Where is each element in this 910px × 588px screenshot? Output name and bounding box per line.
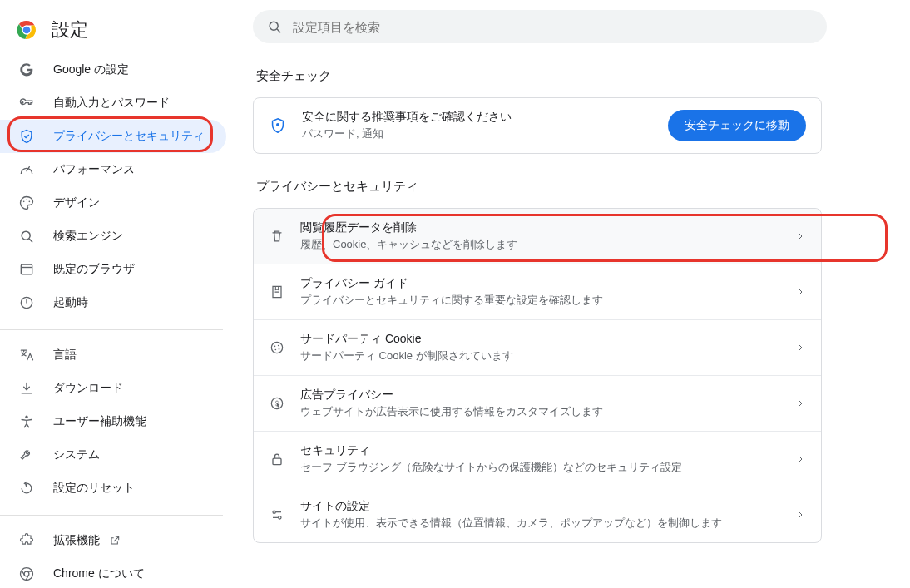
- palette-icon: [18, 195, 35, 211]
- cookie-icon: [269, 339, 285, 356]
- privacy-row-ads[interactable]: 広告プライバシーウェブサイトが広告表示に使用する情報をカスタマイズします: [254, 375, 821, 431]
- power-icon: [18, 294, 35, 311]
- sidebar: 設定 Google の設定自動入力とパスワードプライバシーとセキュリティパフォー…: [0, 0, 233, 588]
- sidebar-item-label: 既定のブラウザ: [53, 262, 135, 277]
- chevron-right-icon: [796, 231, 806, 241]
- sidebar-item-privacy[interactable]: プライバシーとセキュリティ: [0, 120, 226, 153]
- row-subtitle: ウェブサイトが広告表示に使用する情報をカスタマイズします: [300, 404, 796, 419]
- sidebar-item-label: 自動入力とパスワード: [53, 96, 170, 111]
- sidebar-item-ext[interactable]: 拡張機能: [0, 524, 226, 557]
- search-icon: [266, 18, 283, 35]
- safety-headline: 安全に関する推奨事項をご確認ください: [302, 110, 512, 125]
- privacy-row-cookies[interactable]: サードパーティ Cookieサードパーティ Cookie が制限されています: [254, 319, 821, 375]
- extension-icon: [18, 532, 35, 549]
- chevron-right-icon: [796, 398, 806, 408]
- svg-point-21: [23, 27, 31, 34]
- sidebar-item-label: デザイン: [53, 195, 100, 210]
- translate-icon: [18, 347, 35, 363]
- row-title: サイトの設定: [300, 499, 796, 514]
- section-title-privacy: プライバシーとセキュリティ: [256, 179, 890, 195]
- privacy-row-sites[interactable]: サイトの設定サイトが使用、表示できる情報（位置情報、カメラ、ポップアップなど）を…: [254, 487, 821, 542]
- chevron-right-icon: [796, 510, 806, 520]
- chrome-icon: [18, 566, 35, 582]
- download-icon: [18, 380, 35, 397]
- sidebar-item-download[interactable]: ダウンロード: [0, 372, 226, 405]
- lock-icon: [269, 451, 285, 467]
- sidebar-item-label: Chrome について: [53, 566, 145, 581]
- section-title-safety: 安全チェック: [256, 68, 890, 84]
- sidebar-item-label: ユーザー補助機能: [53, 414, 146, 429]
- sidebar-item-browser[interactable]: 既定のブラウザ: [0, 253, 226, 286]
- reset-icon: [18, 480, 35, 497]
- search-bar[interactable]: [253, 10, 827, 43]
- main-content: 安全チェック 安全に関する推奨事項をご確認ください パスワード, 通知 安全チェ…: [233, 0, 910, 588]
- sidebar-item-about[interactable]: Chrome について: [0, 557, 226, 588]
- trash-icon: [269, 228, 285, 245]
- sidebar-item-system[interactable]: システム: [0, 438, 226, 472]
- sidebar-item-search[interactable]: 検索エンジン: [0, 220, 226, 253]
- row-subtitle: プライバシーとセキュリティに関する重要な設定を確認します: [300, 293, 796, 308]
- row-title: サードパーティ Cookie: [300, 332, 796, 347]
- sidebar-item-label: 検索エンジン: [53, 229, 123, 244]
- sidebar-item-label: ダウンロード: [53, 381, 123, 396]
- privacy-row-guide[interactable]: プライバシー ガイドプライバシーとセキュリティに関する重要な設定を確認します: [254, 264, 821, 319]
- row-subtitle: 履歴、Cookie、キャッシュなどを削除します: [300, 237, 796, 252]
- row-title: 閲覧履歴データを削除: [300, 220, 796, 235]
- privacy-row-security[interactable]: セキュリティセーフ ブラウジング（危険なサイトからの保護機能）などのセキュリティ…: [254, 431, 821, 487]
- sidebar-item-label: パフォーマンス: [53, 162, 135, 177]
- shield-check-icon: [18, 128, 35, 145]
- sidebar-item-startup[interactable]: 起動時: [0, 286, 226, 319]
- privacy-card: 閲覧履歴データを削除履歴、Cookie、キャッシュなどを削除しますプライバシー …: [253, 208, 822, 543]
- search-input[interactable]: [293, 20, 814, 34]
- row-subtitle: セーフ ブラウジング（危険なサイトからの保護機能）などのセキュリティ設定: [300, 460, 796, 475]
- tools-icon: [18, 447, 35, 463]
- brand: 設定: [0, 7, 226, 53]
- nav-separator: [0, 329, 223, 330]
- sidebar-item-a11y[interactable]: ユーザー補助機能: [0, 405, 226, 438]
- sidebar-item-google[interactable]: Google の設定: [0, 53, 226, 86]
- sidebar-item-label: 拡張機能: [53, 533, 100, 548]
- speed-icon: [18, 161, 35, 178]
- sidebar-item-label: 起動時: [53, 295, 88, 310]
- magnify-icon: [18, 228, 35, 245]
- accessibility-icon: [18, 413, 35, 430]
- key-icon: [18, 95, 35, 111]
- guide-icon: [269, 284, 285, 300]
- sidebar-item-label: Google の設定: [53, 62, 129, 77]
- sidebar-item-label: システム: [53, 447, 100, 462]
- row-title: 広告プライバシー: [300, 388, 796, 403]
- safety-check-card: 安全に関する推奨事項をご確認ください パスワード, 通知 安全チェックに移動: [253, 97, 822, 154]
- sidebar-item-perf[interactable]: パフォーマンス: [0, 153, 226, 186]
- nav-separator: [0, 515, 223, 516]
- safety-subline: パスワード, 通知: [302, 126, 512, 141]
- row-subtitle: サードパーティ Cookie が制限されています: [300, 348, 796, 363]
- safety-check-button[interactable]: 安全チェックに移動: [668, 110, 806, 141]
- open-external-icon: [108, 534, 121, 547]
- sliders-icon: [269, 506, 285, 523]
- sidebar-item-design[interactable]: デザイン: [0, 186, 226, 220]
- sidebar-item-label: 設定のリセット: [53, 481, 135, 496]
- row-title: セキュリティ: [300, 443, 796, 458]
- chevron-right-icon: [796, 343, 806, 353]
- privacy-row-clear[interactable]: 閲覧履歴データを削除履歴、Cookie、キャッシュなどを削除します: [254, 209, 821, 264]
- sidebar-item-label: プライバシーとセキュリティ: [53, 129, 205, 144]
- sidebar-item-reset[interactable]: 設定のリセット: [0, 472, 226, 505]
- google-g-icon: [18, 62, 35, 78]
- sidebar-item-autofill[interactable]: 自動入力とパスワード: [0, 86, 226, 120]
- chrome-logo-icon: [17, 20, 37, 40]
- sidebar-item-lang[interactable]: 言語: [0, 338, 226, 372]
- chevron-right-icon: [796, 454, 806, 464]
- browser-icon: [18, 261, 35, 278]
- sidebar-item-label: 言語: [53, 348, 77, 363]
- app-title: 設定: [52, 17, 88, 42]
- ads-icon: [269, 395, 285, 412]
- row-title: プライバシー ガイド: [300, 276, 796, 291]
- row-subtitle: サイトが使用、表示できる情報（位置情報、カメラ、ポップアップなど）を制御します: [300, 516, 796, 531]
- chevron-right-icon: [796, 287, 806, 297]
- shield-icon: [269, 116, 287, 135]
